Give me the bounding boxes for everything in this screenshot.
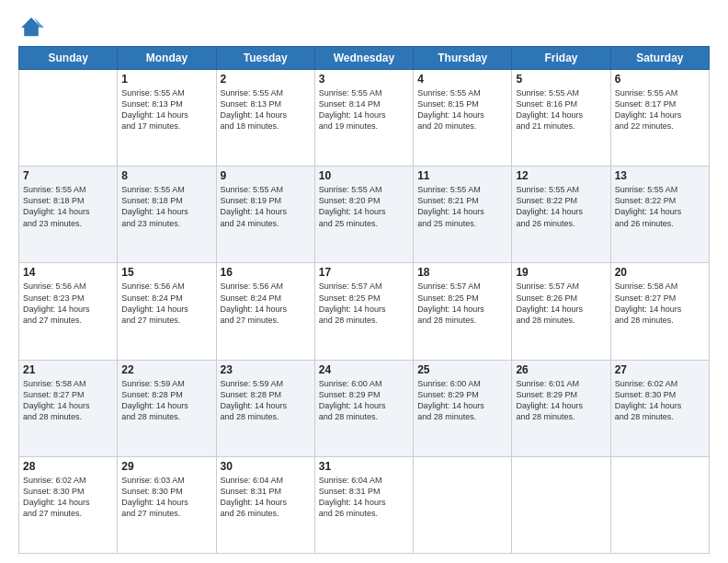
- day-number: 13: [615, 169, 705, 182]
- cell-info: Sunrise: 5:55 AMSunset: 8:15 PMDaylight:…: [417, 87, 507, 132]
- page: SundayMondayTuesdayWednesdayThursdayFrid…: [0, 0, 728, 563]
- calendar-cell: [610, 456, 709, 553]
- cell-info: Sunrise: 5:59 AMSunset: 8:28 PMDaylight:…: [121, 378, 211, 423]
- calendar-cell: 22Sunrise: 5:59 AMSunset: 8:28 PMDayligh…: [118, 360, 216, 456]
- day-number: 23: [221, 363, 311, 376]
- calendar-cell: 14Sunrise: 5:56 AMSunset: 8:23 PMDayligh…: [19, 263, 118, 360]
- day-number: 16: [221, 266, 311, 279]
- calendar-cell: 21Sunrise: 5:58 AMSunset: 8:27 PMDayligh…: [19, 360, 118, 456]
- calendar-cell: [414, 456, 512, 553]
- day-number: 17: [319, 266, 409, 279]
- calendar-cell: 11Sunrise: 5:55 AMSunset: 8:21 PMDayligh…: [414, 167, 512, 263]
- calendar-cell: 2Sunrise: 5:55 AMSunset: 8:13 PMDaylight…: [216, 70, 314, 167]
- cell-info: Sunrise: 5:57 AMSunset: 8:25 PMDaylight:…: [417, 281, 507, 326]
- cell-info: Sunrise: 5:55 AMSunset: 8:13 PMDaylight:…: [121, 87, 211, 132]
- cell-info: Sunrise: 5:59 AMSunset: 8:28 PMDaylight:…: [221, 378, 311, 423]
- day-number: 9: [221, 169, 311, 182]
- calendar-cell: 13Sunrise: 5:55 AMSunset: 8:22 PMDayligh…: [610, 167, 709, 263]
- day-number: 1: [121, 73, 211, 86]
- day-number: 14: [23, 266, 113, 279]
- cell-info: Sunrise: 5:56 AMSunset: 8:24 PMDaylight:…: [221, 281, 311, 326]
- calendar-table: SundayMondayTuesdayWednesdayThursdayFrid…: [18, 46, 710, 554]
- logo: [18, 15, 48, 40]
- calendar-week-row: 28Sunrise: 6:02 AMSunset: 8:30 PMDayligh…: [19, 456, 710, 553]
- cell-info: Sunrise: 6:04 AMSunset: 8:31 PMDaylight:…: [319, 475, 409, 520]
- day-number: 18: [417, 266, 507, 279]
- svg-marker-0: [21, 17, 41, 36]
- day-number: 11: [417, 169, 507, 182]
- calendar-day-header: Friday: [512, 47, 610, 70]
- cell-info: Sunrise: 5:57 AMSunset: 8:25 PMDaylight:…: [319, 281, 409, 326]
- calendar-cell: 10Sunrise: 5:55 AMSunset: 8:20 PMDayligh…: [314, 167, 413, 263]
- day-number: 29: [121, 460, 211, 473]
- cell-info: Sunrise: 5:58 AMSunset: 8:27 PMDaylight:…: [23, 378, 113, 423]
- day-number: 7: [23, 169, 113, 182]
- calendar-cell: 30Sunrise: 6:04 AMSunset: 8:31 PMDayligh…: [216, 456, 314, 553]
- day-number: 5: [516, 73, 606, 86]
- calendar-cell: 4Sunrise: 5:55 AMSunset: 8:15 PMDaylight…: [414, 70, 512, 167]
- cell-info: Sunrise: 5:58 AMSunset: 8:27 PMDaylight:…: [615, 281, 705, 326]
- day-number: 22: [121, 363, 211, 376]
- cell-info: Sunrise: 5:55 AMSunset: 8:18 PMDaylight:…: [23, 184, 113, 229]
- calendar-day-header: Monday: [118, 47, 216, 70]
- cell-info: Sunrise: 6:02 AMSunset: 8:30 PMDaylight:…: [615, 378, 705, 423]
- calendar-cell: 16Sunrise: 5:56 AMSunset: 8:24 PMDayligh…: [216, 263, 314, 360]
- cell-info: Sunrise: 5:56 AMSunset: 8:23 PMDaylight:…: [23, 281, 113, 326]
- calendar-cell: 5Sunrise: 5:55 AMSunset: 8:16 PMDaylight…: [512, 70, 610, 167]
- day-number: 15: [121, 266, 211, 279]
- cell-info: Sunrise: 6:00 AMSunset: 8:29 PMDaylight:…: [417, 378, 507, 423]
- calendar-week-row: 14Sunrise: 5:56 AMSunset: 8:23 PMDayligh…: [19, 263, 710, 360]
- cell-info: Sunrise: 6:00 AMSunset: 8:29 PMDaylight:…: [319, 378, 409, 423]
- cell-info: Sunrise: 6:02 AMSunset: 8:30 PMDaylight:…: [23, 475, 113, 520]
- calendar-cell: 8Sunrise: 5:55 AMSunset: 8:18 PMDaylight…: [118, 167, 216, 263]
- day-number: 25: [417, 363, 507, 376]
- day-number: 2: [221, 73, 311, 86]
- day-number: 4: [417, 73, 507, 86]
- calendar-cell: 19Sunrise: 5:57 AMSunset: 8:26 PMDayligh…: [512, 263, 610, 360]
- day-number: 24: [319, 363, 409, 376]
- calendar-day-header: Saturday: [610, 47, 709, 70]
- calendar-cell: 29Sunrise: 6:03 AMSunset: 8:30 PMDayligh…: [118, 456, 216, 553]
- calendar-cell: 23Sunrise: 5:59 AMSunset: 8:28 PMDayligh…: [216, 360, 314, 456]
- day-number: 6: [615, 73, 705, 86]
- day-number: 19: [516, 266, 606, 279]
- calendar-cell: 9Sunrise: 5:55 AMSunset: 8:19 PMDaylight…: [216, 167, 314, 263]
- calendar-cell: 17Sunrise: 5:57 AMSunset: 8:25 PMDayligh…: [314, 263, 413, 360]
- day-number: 31: [319, 460, 409, 473]
- calendar-cell: 31Sunrise: 6:04 AMSunset: 8:31 PMDayligh…: [314, 456, 413, 553]
- day-number: 27: [615, 363, 705, 376]
- calendar-cell: 6Sunrise: 5:55 AMSunset: 8:17 PMDaylight…: [610, 70, 709, 167]
- calendar-cell: 20Sunrise: 5:58 AMSunset: 8:27 PMDayligh…: [610, 263, 709, 360]
- cell-info: Sunrise: 6:03 AMSunset: 8:30 PMDaylight:…: [121, 475, 211, 520]
- day-number: 20: [615, 266, 705, 279]
- day-number: 26: [516, 363, 606, 376]
- calendar-day-header: Wednesday: [314, 47, 413, 70]
- calendar-week-row: 1Sunrise: 5:55 AMSunset: 8:13 PMDaylight…: [19, 70, 710, 167]
- cell-info: Sunrise: 6:01 AMSunset: 8:29 PMDaylight:…: [516, 378, 606, 423]
- cell-info: Sunrise: 5:55 AMSunset: 8:14 PMDaylight:…: [319, 87, 409, 132]
- cell-info: Sunrise: 5:55 AMSunset: 8:19 PMDaylight:…: [221, 184, 311, 229]
- calendar-cell: 15Sunrise: 5:56 AMSunset: 8:24 PMDayligh…: [118, 263, 216, 360]
- calendar-cell: [19, 70, 118, 167]
- calendar-day-header: Sunday: [19, 47, 118, 70]
- cell-info: Sunrise: 5:55 AMSunset: 8:18 PMDaylight:…: [121, 184, 211, 229]
- cell-info: Sunrise: 5:56 AMSunset: 8:24 PMDaylight:…: [121, 281, 211, 326]
- day-number: 3: [319, 73, 409, 86]
- day-number: 28: [23, 460, 113, 473]
- cell-info: Sunrise: 5:55 AMSunset: 8:13 PMDaylight:…: [221, 87, 311, 132]
- day-number: 30: [221, 460, 311, 473]
- header: [18, 15, 710, 40]
- calendar-cell: 26Sunrise: 6:01 AMSunset: 8:29 PMDayligh…: [512, 360, 610, 456]
- logo-icon: [18, 15, 44, 40]
- cell-info: Sunrise: 5:55 AMSunset: 8:16 PMDaylight:…: [516, 87, 606, 132]
- day-number: 10: [319, 169, 409, 182]
- calendar-cell: 25Sunrise: 6:00 AMSunset: 8:29 PMDayligh…: [414, 360, 512, 456]
- calendar-cell: 1Sunrise: 5:55 AMSunset: 8:13 PMDaylight…: [118, 70, 216, 167]
- calendar-cell: 24Sunrise: 6:00 AMSunset: 8:29 PMDayligh…: [314, 360, 413, 456]
- calendar-week-row: 7Sunrise: 5:55 AMSunset: 8:18 PMDaylight…: [19, 167, 710, 263]
- calendar-week-row: 21Sunrise: 5:58 AMSunset: 8:27 PMDayligh…: [19, 360, 710, 456]
- calendar-day-header: Tuesday: [216, 47, 314, 70]
- cell-info: Sunrise: 5:55 AMSunset: 8:21 PMDaylight:…: [417, 184, 507, 229]
- calendar-cell: 7Sunrise: 5:55 AMSunset: 8:18 PMDaylight…: [19, 167, 118, 263]
- calendar-cell: 3Sunrise: 5:55 AMSunset: 8:14 PMDaylight…: [314, 70, 413, 167]
